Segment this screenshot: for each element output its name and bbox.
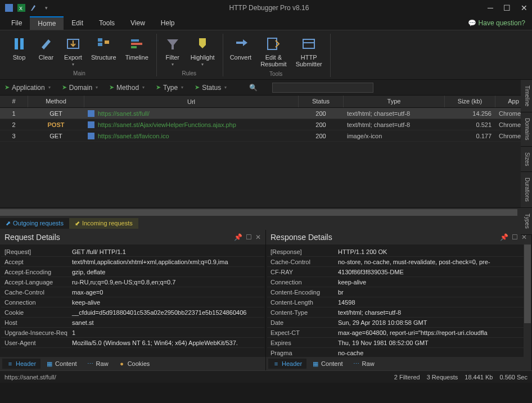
maximize-button[interactable]: ☐ bbox=[503, 3, 511, 12]
kv-row[interactable]: Accepttext/html,application/xhtml+xml,ap… bbox=[1, 257, 264, 267]
window-controls: ─ ☐ ✕ bbox=[488, 3, 528, 12]
side-tab-types[interactable]: Types bbox=[521, 208, 532, 235]
filter-method[interactable]: ➤Method▾ bbox=[109, 84, 145, 92]
col-method[interactable]: Method bbox=[28, 96, 84, 107]
filter-status[interactable]: ➤Status▾ bbox=[195, 84, 227, 92]
horizontal-scrollbar[interactable] bbox=[0, 207, 532, 216]
close-panel-icon[interactable]: ✕ bbox=[255, 233, 261, 241]
window-icon[interactable]: ☐ bbox=[246, 233, 252, 241]
cell-size: 14.256 bbox=[445, 109, 495, 118]
export-button[interactable]: Export ▾ bbox=[62, 34, 84, 68]
window-icon[interactable]: ☐ bbox=[512, 233, 518, 241]
col-status[interactable]: Status bbox=[299, 96, 344, 107]
tab-raw[interactable]: ⋯Raw bbox=[83, 359, 113, 369]
kv-row[interactable]: Accept-Languageru-RU,ru;q=0.9,en-US;q=0.… bbox=[1, 277, 264, 287]
timeline-button[interactable]: Timeline bbox=[123, 34, 151, 68]
convert-button[interactable]: Convert bbox=[228, 34, 254, 69]
search-input[interactable] bbox=[272, 83, 373, 93]
filter-domain[interactable]: ➤Domain▾ bbox=[62, 84, 98, 92]
side-tab-durations[interactable]: Durations bbox=[521, 172, 532, 208]
table-row[interactable]: 3GEThttps://sanet.st/favicon.ico200image… bbox=[0, 130, 532, 142]
kv-row[interactable]: Cache-Controlno-store, no-cache, must-re… bbox=[267, 257, 530, 267]
app-icon bbox=[4, 3, 13, 12]
kv-row[interactable]: Content-Typetext/html; charset=utf-8 bbox=[267, 307, 530, 318]
cell-status: 200 bbox=[299, 109, 344, 118]
tab-outgoing[interactable]: ⬈Outgoing requests bbox=[0, 218, 69, 229]
clear-button[interactable]: Clear bbox=[35, 34, 57, 68]
menu-file[interactable]: File bbox=[3, 17, 30, 29]
have-question-link[interactable]: 💬 Have question? bbox=[468, 19, 529, 27]
http-submitter-button[interactable]: HTTP Submitter bbox=[294, 34, 324, 69]
filter-application[interactable]: ➤Application▾ bbox=[4, 84, 51, 92]
kv-row[interactable]: Expect-CTmax-age=604800, report-uri="htt… bbox=[267, 328, 530, 338]
kv-row[interactable]: User-AgentMozilla/5.0 (Windows NT 6.1; W… bbox=[1, 338, 264, 348]
cell-type: text/html; charset=utf-8 bbox=[344, 109, 445, 118]
kv-row[interactable]: CF-RAY4130f86f3f839035-DME bbox=[267, 267, 530, 277]
col-type[interactable]: Type bbox=[344, 96, 445, 107]
pin-icon[interactable]: 📌 bbox=[234, 233, 242, 241]
side-tab-sizes[interactable]: Sizes bbox=[521, 147, 532, 172]
tab-content[interactable]: ▦Content bbox=[42, 359, 82, 369]
side-tab-domains[interactable]: Domains bbox=[521, 112, 532, 146]
kv-row[interactable]: DateSun, 29 Apr 2018 10:08:58 GMT bbox=[267, 318, 530, 328]
structure-button[interactable]: Structure bbox=[89, 34, 119, 68]
menu-tools[interactable]: Tools bbox=[91, 17, 123, 29]
kv-row[interactable]: Pragmano-cache bbox=[267, 348, 530, 357]
tab-cookies[interactable]: ●Cookies bbox=[114, 359, 155, 369]
kv-key: Expect-CT bbox=[267, 329, 335, 336]
request-details-title: Request Details bbox=[4, 233, 60, 242]
menu-help[interactable]: Help bbox=[153, 17, 183, 29]
kv-value: ru-RU,ru;q=0.9,en-US;q=0.8,en;q=0.7 bbox=[69, 279, 264, 286]
tab-content[interactable]: ▦Content bbox=[308, 359, 348, 369]
excel-icon[interactable]: X bbox=[17, 3, 26, 12]
kv-row[interactable]: Content-Length14598 bbox=[267, 297, 530, 307]
kv-row[interactable]: Cache-Controlmax-age=0 bbox=[1, 287, 264, 297]
tab-header[interactable]: ≡Header bbox=[268, 359, 306, 369]
kv-row[interactable]: Cookie__cfduid=d5d91880401c535a02e2950bb… bbox=[1, 307, 264, 318]
tab-raw[interactable]: ⋯Raw bbox=[349, 359, 379, 369]
kv-row[interactable]: Accept-Encodinggzip, deflate bbox=[1, 267, 264, 277]
statusbar-size: 18.441 Kb bbox=[465, 374, 493, 381]
table-row[interactable]: 2POSThttps://sanet.st/Ajax/viewHelperFun… bbox=[0, 119, 532, 130]
edit-resubmit-label: Edit & Resubmit bbox=[260, 54, 286, 67]
kv-row[interactable]: [Request]GET /full/ HTTP/1.1 bbox=[1, 247, 264, 257]
col-url[interactable]: Url bbox=[84, 96, 299, 107]
kv-value: sanet.st bbox=[69, 319, 264, 326]
qat-dropdown-icon[interactable]: ▾ bbox=[42, 3, 51, 12]
stop-button[interactable]: Stop bbox=[8, 34, 30, 68]
menu-view[interactable]: View bbox=[123, 17, 153, 29]
kv-value: __cfduid=d5d91880401c535a02e2950bb22371e… bbox=[69, 309, 264, 316]
response-scrollbar[interactable] bbox=[524, 244, 531, 357]
side-tab-timeline[interactable]: Timeline bbox=[521, 80, 532, 112]
filterbar: ➤Application▾ ➤Domain▾ ➤Method▾ ➤Type▾ ➤… bbox=[0, 80, 532, 96]
request-details-body: [Request]GET /full/ HTTP/1.1Accepttext/h… bbox=[0, 244, 265, 357]
close-button[interactable]: ✕ bbox=[521, 3, 528, 12]
kv-row[interactable]: Upgrade-Insecure-Req1 bbox=[1, 328, 264, 338]
menu-home[interactable]: Home bbox=[30, 16, 64, 30]
ribbon-group-main: Stop Clear Export ▾ Structure Timeline M… bbox=[4, 34, 157, 76]
kv-row[interactable]: Connectionkeep-alive bbox=[267, 277, 530, 287]
tab-incoming[interactable]: ⬋Incoming requests bbox=[69, 218, 138, 229]
tab-header[interactable]: ≡Header bbox=[2, 359, 40, 369]
col-num[interactable]: # bbox=[0, 96, 28, 107]
menu-edit[interactable]: Edit bbox=[64, 17, 91, 29]
svg-rect-4 bbox=[20, 38, 24, 49]
minimize-button[interactable]: ─ bbox=[488, 3, 493, 12]
kv-row[interactable]: Content-Encodingbr bbox=[267, 287, 530, 297]
table-row[interactable]: 1GEThttps://sanet.st/full/200text/html; … bbox=[0, 108, 532, 119]
highlight-button[interactable]: Highlight ▾ bbox=[188, 34, 217, 68]
edit-resubmit-button[interactable]: Edit & Resubmit bbox=[258, 34, 288, 69]
kv-key: Accept-Language bbox=[1, 279, 69, 286]
kv-row[interactable]: Hostsanet.st bbox=[1, 318, 264, 328]
filter-button[interactable]: Filter ▾ bbox=[161, 34, 184, 68]
cookie-icon: ● bbox=[119, 360, 125, 367]
kv-row[interactable]: [Response]HTTP/1.1 200 OK bbox=[267, 247, 530, 257]
kv-row[interactable]: ExpiresThu, 19 Nov 1981 08:52:00 GMT bbox=[267, 338, 530, 348]
clear-icon[interactable] bbox=[29, 3, 38, 12]
col-size[interactable]: Size (kb) bbox=[445, 96, 495, 107]
pin-icon[interactable]: 📌 bbox=[500, 233, 508, 241]
filter-type[interactable]: ➤Type▾ bbox=[156, 84, 183, 92]
kv-row[interactable]: Connectionkeep-alive bbox=[1, 297, 264, 307]
kv-key: Date bbox=[267, 319, 335, 326]
kv-key: Expires bbox=[267, 339, 335, 346]
